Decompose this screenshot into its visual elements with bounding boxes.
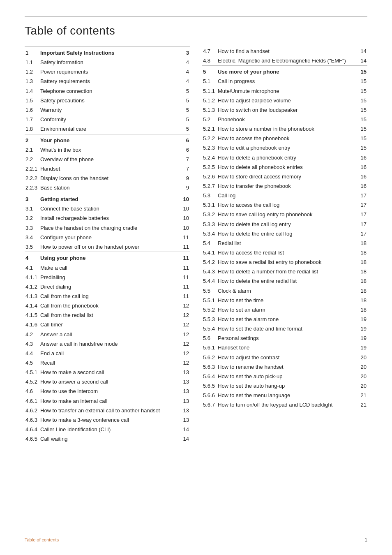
toc-label: How to find a handset — [217, 46, 358, 56]
toc-page: 18 — [358, 258, 367, 267]
table-row: 4.1.6Call timer12 — [25, 320, 190, 330]
toc-page: 13 — [181, 377, 190, 387]
toc-num: 4.6 — [25, 387, 39, 396]
table-row: 4.5.1How to make a second call13 — [25, 368, 190, 377]
table-row: 5.4Redial list18 — [202, 238, 367, 248]
table-row: 2.2Overview of the phone7 — [25, 155, 190, 164]
table-row: 5.6.6How to set the menu language21 — [202, 391, 367, 400]
toc-label: How to access the call log — [217, 201, 358, 210]
toc-label: How to power off or on the handset power — [39, 242, 181, 252]
toc-num: 4.1.1 — [25, 273, 39, 282]
table-row: 2.1What's in the box6 — [25, 145, 190, 155]
toc-label: Direct dialing — [39, 282, 181, 291]
toc-label: How to set the auto hang-up — [217, 381, 358, 391]
toc-page: 5 — [181, 96, 190, 105]
toc-num: 2 — [25, 134, 39, 145]
table-row: 3.1Connect the base station10 — [25, 204, 190, 214]
toc-label: Overview of the phone — [39, 155, 181, 164]
toc-num: 5.3 — [202, 191, 217, 201]
toc-label: How to store a number in the phonebook — [217, 125, 358, 134]
table-row: 5.3.2How to save call log entry to phone… — [202, 210, 367, 220]
toc-page: 5 — [181, 105, 190, 115]
table-row: 1.1Safety information4 — [25, 58, 190, 67]
toc-label: Conformity — [39, 115, 181, 124]
toc-page: 15 — [358, 86, 367, 96]
toc-label: How to save a redial list entry to phone… — [217, 258, 358, 267]
toc-label: Display icons on the handset — [39, 174, 181, 183]
table-row: 5.5.2How to set an alarm18 — [202, 305, 367, 314]
toc-num: 5.6.2 — [202, 353, 217, 362]
toc-label: How to delete the entire redial list — [217, 277, 358, 286]
toc-num: 4.1.2 — [25, 282, 39, 291]
toc-num: 5.4 — [202, 238, 217, 248]
toc-page: 10 — [181, 223, 190, 233]
toc-label: Electric, Magnetic and Electromagnetic F… — [217, 56, 358, 66]
toc-label: Make a call — [39, 263, 181, 273]
toc-num: 1.2 — [25, 67, 39, 77]
toc-label: Personal settings — [217, 334, 358, 343]
toc-num: 4.2 — [25, 330, 39, 339]
toc-page: 16 — [358, 172, 367, 181]
toc-num: 5.2.3 — [202, 143, 217, 153]
toc-page: 20 — [358, 353, 367, 362]
table-row: 5.2.4How to delete a phonebook entry16 — [202, 153, 367, 162]
table-row: 5.4.4How to delete the entire redial lis… — [202, 277, 367, 286]
toc-label: How to use the intercom — [39, 387, 181, 396]
toc-page: 18 — [358, 248, 367, 257]
toc-num: 5.1 — [202, 77, 217, 86]
table-row: 4.1.3Call from the call log11 — [25, 292, 190, 301]
toc-page: 7 — [181, 155, 190, 164]
toc-num: 5.2.5 — [202, 162, 217, 172]
toc-label: How to delete a phonebook entry — [217, 153, 358, 162]
toc-label: How to store direct access memory — [217, 172, 358, 181]
toc-page: 11 — [181, 263, 190, 273]
toc-page: 11 — [181, 292, 190, 301]
toc-label: How to access the phonebook — [217, 134, 358, 143]
toc-page: 21 — [358, 391, 367, 400]
toc-label: Place the handset on the charging cradle — [39, 223, 181, 233]
table-row: 4Using your phone11 — [25, 252, 190, 263]
toc-label: Mute/Unmute microphone — [217, 86, 358, 96]
toc-num: 5.2.4 — [202, 153, 217, 162]
table-row: 5.2.5How to delete all phonebook entries… — [202, 162, 367, 172]
toc-label: Recall — [39, 358, 181, 368]
toc-num: 5.6.5 — [202, 381, 217, 391]
toc-label: Call waiting — [39, 435, 181, 444]
toc-page: 19 — [358, 334, 367, 343]
table-row: 4.6.1How to make an internal call13 — [25, 396, 190, 406]
toc-page: 19 — [358, 343, 367, 353]
table-row: 3.3Place the handset on the charging cra… — [25, 223, 190, 233]
toc-label: How to transfer an external call to anot… — [39, 406, 181, 415]
toc-num: 1 — [25, 47, 39, 58]
toc-page: 21 — [358, 400, 367, 410]
toc-label: Warranty — [39, 105, 181, 115]
toc-page: 20 — [358, 381, 367, 391]
toc-page: 15 — [358, 96, 367, 105]
toc-num: 3 — [25, 193, 39, 204]
toc-num: 3.2 — [25, 214, 39, 223]
table-row: 2.2.2Display icons on the handset9 — [25, 174, 190, 183]
toc-num: 5.6.6 — [202, 391, 217, 400]
toc-page: 18 — [358, 238, 367, 248]
toc-num: 4.6.5 — [25, 435, 39, 444]
toc-num: 5.6.1 — [202, 343, 217, 353]
toc-label: Telephone connection — [39, 86, 181, 96]
toc-label: Battery requirements — [39, 77, 181, 86]
table-row: 1.7Conformity5 — [25, 115, 190, 124]
toc-page: 13 — [181, 387, 190, 396]
toc-page: 18 — [358, 277, 367, 286]
toc-num: 5.2.6 — [202, 172, 217, 181]
toc-num: 5.5.4 — [202, 324, 217, 334]
toc-label: Answer a call in handsfree mode — [39, 339, 181, 349]
toc-num: 5.2 — [202, 115, 217, 124]
toc-page: 11 — [181, 242, 190, 252]
toc-page: 16 — [358, 162, 367, 172]
toc-label: How to make an internal call — [39, 396, 181, 406]
toc-page: 11 — [181, 252, 190, 263]
toc-page: 12 — [181, 339, 190, 349]
toc-num: 4.6.2 — [25, 406, 39, 415]
toc-page: 5 — [181, 86, 190, 96]
toc-label: Using your phone — [39, 252, 181, 263]
table-row: 4.7How to find a handset14 — [202, 46, 367, 56]
toc-num: 4.5 — [25, 358, 39, 368]
